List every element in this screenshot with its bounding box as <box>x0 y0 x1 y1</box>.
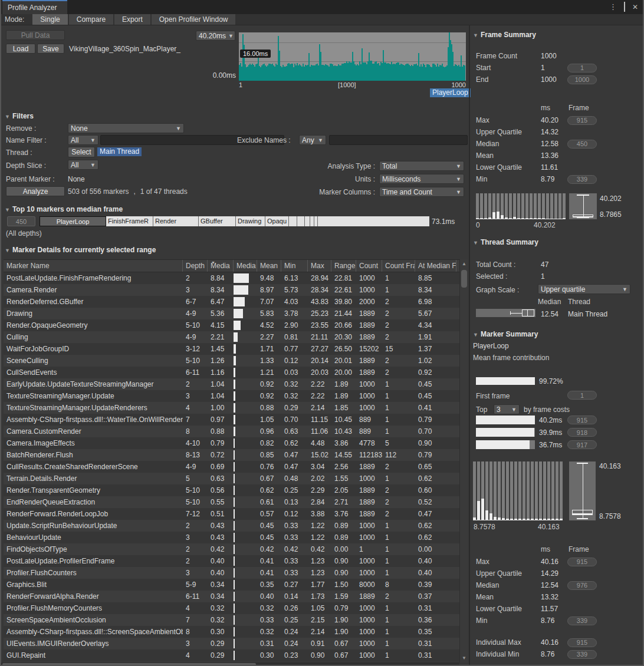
vertical-scroll-thumb[interactable] <box>461 270 467 288</box>
column-header-min[interactable]: Min <box>281 260 308 272</box>
exclude-mode-dropdown[interactable]: Any▼ <box>299 135 326 145</box>
table-row[interactable]: Profiler.FlushMemoryCounters40.320.320.2… <box>4 602 459 614</box>
units-dropdown[interactable]: Milliseconds▼ <box>379 174 464 184</box>
mode-button-compare[interactable]: Compare <box>69 14 113 25</box>
frame-summary-histogram[interactable] <box>476 193 566 219</box>
frame-jump-button[interactable]: 339 <box>567 175 597 184</box>
load-button[interactable]: Load <box>6 44 35 54</box>
remove-dropdown[interactable]: None▼ <box>68 123 184 133</box>
frame-jump-button[interactable]: 915 <box>567 638 597 647</box>
frame-jump-button[interactable]: 917 <box>567 440 597 449</box>
table-row[interactable]: Graphics.Blit5-90.340.350.271.771.508000… <box>4 579 459 591</box>
first-frame-button[interactable]: 1 <box>567 391 597 400</box>
marker-summary-histogram[interactable] <box>473 461 563 520</box>
column-header-marker-name[interactable]: Marker Name <box>4 260 183 272</box>
name-filter-mode-dropdown[interactable]: All▼ <box>68 135 98 145</box>
tab-profile-analyzer[interactable]: Profile Analyzer <box>2 0 67 14</box>
marker-details-header[interactable]: ▼Marker Details for currently selected r… <box>5 246 156 254</box>
table-row[interactable]: PostLateUpdate.ProfilerEndFrame20.400.41… <box>4 555 459 567</box>
table-row[interactable]: Profiler.FlushCounters30.400.410.331.230… <box>4 567 459 579</box>
marker-summary-boxplot[interactable] <box>569 461 596 520</box>
table-row[interactable]: Camera.Render38.348.975.7328.3422.611000… <box>4 284 459 296</box>
marker-summary-header[interactable]: ▼Marker Summary <box>473 330 538 338</box>
frame-jump-button[interactable]: 915 <box>567 558 597 566</box>
marker-columns-dropdown[interactable]: Time and Count▼ <box>379 187 464 197</box>
thread-selection-chip[interactable]: Main Thread <box>97 147 142 156</box>
scroll-down-icon[interactable]: ▼ <box>460 655 468 661</box>
top10-header[interactable]: ▼Top 10 markers on median frame <box>5 205 123 213</box>
thread-range-graph[interactable] <box>476 309 535 317</box>
frame-jump-button[interactable]: 1 <box>567 64 597 72</box>
table-row[interactable]: RenderForwardAlpha.Render6-110.340.400.1… <box>4 591 459 602</box>
top10-frame-badge[interactable]: 450 <box>7 216 35 226</box>
frame-summary-header[interactable]: ▼Frame Summary <box>473 31 536 39</box>
top10-segment[interactable]: Drawing <box>236 216 265 226</box>
table-row[interactable]: BehaviourUpdate30.430.450.331.220.891000… <box>4 532 459 543</box>
table-row[interactable]: TextureStreamingManager.UpdateRenderers4… <box>4 402 459 414</box>
table-row[interactable]: EarlyUpdate.UpdateTextureStreamingManage… <box>4 378 459 390</box>
frame-jump-button[interactable]: 1000 <box>567 75 597 84</box>
table-row[interactable]: GUI.Repaint40.290.300.230.900.67100010.3… <box>4 649 459 661</box>
column-header-at-median-f[interactable]: At Median F <box>415 260 456 272</box>
analysis-type-dropdown[interactable]: Total▼ <box>379 161 464 171</box>
chart-scale-dropdown[interactable]: 40.20ms▼ <box>196 31 235 41</box>
table-row[interactable]: FindObjectsOfType20.420.420.420.420.0011… <box>4 543 459 555</box>
scroll-up-icon[interactable]: ▲ <box>460 259 468 266</box>
frame-summary-boxplot[interactable] <box>569 193 597 219</box>
mode-button-open-profiler[interactable]: Open Profiler Window <box>152 14 236 25</box>
top10-segment[interactable] <box>310 216 314 226</box>
thread-summary-header[interactable]: ▼Thread Summary <box>473 238 538 246</box>
top10-segment[interactable]: FinishFrameR <box>106 216 153 226</box>
column-header-count-fra[interactable]: Count Fra <box>382 260 415 272</box>
top10-segment[interactable]: Render <box>153 216 199 226</box>
thread-select-button[interactable]: Select <box>68 147 95 157</box>
table-row[interactable]: Camera.CustomRender80.880.960.6311.0610.… <box>4 426 459 437</box>
frame-jump-button[interactable]: 339 <box>567 616 597 625</box>
table-row[interactable]: CullResults.CreateSharedRendererScene4-9… <box>4 461 459 473</box>
frame-jump-button[interactable]: 339 <box>567 650 597 659</box>
save-button[interactable]: Save <box>37 44 64 54</box>
column-header-count[interactable]: Count <box>356 260 382 272</box>
maximize-icon[interactable] <box>624 3 625 11</box>
top10-segment[interactable] <box>289 216 297 226</box>
top10-segment[interactable]: Opaqu <box>265 216 289 226</box>
table-row[interactable]: UIEvents.IMGUIRenderOverlays30.290.310.2… <box>4 638 459 649</box>
table-row[interactable]: RenderForward.RenderLoopJob7-120.510.570… <box>4 508 459 520</box>
column-header-media[interactable]: Media▼ <box>208 260 234 272</box>
top10-segment[interactable] <box>297 216 305 226</box>
table-row[interactable]: EndRenderQueueExtraction5-100.550.610.13… <box>4 496 459 508</box>
depth-slice-dropdown[interactable]: All▼ <box>68 160 98 170</box>
table-row[interactable]: TextureStreamingManager.Update31.040.920… <box>4 390 459 402</box>
frame-jump-button[interactable]: 915 <box>567 116 597 125</box>
table-row[interactable]: CullSendEvents6-111.161.210.0320.0320.00… <box>4 367 459 378</box>
table-row[interactable]: RenderDeferred.GBuffer6-76.477.074.0343.… <box>4 296 459 308</box>
table-row[interactable]: Update.ScriptRunBehaviourUpdate20.430.45… <box>4 520 459 532</box>
frame-time-chart[interactable]: 16.00ms <box>239 32 466 81</box>
column-header-media[interactable]: Media <box>234 260 257 272</box>
top10-segment[interactable]: PlayerLoop <box>40 216 106 226</box>
close-icon[interactable]: ✕ <box>632 3 638 11</box>
kebab-menu-icon[interactable]: ⋮ <box>609 2 617 12</box>
frame-jump-button[interactable]: 450 <box>567 140 597 149</box>
top-n-dropdown[interactable]: 3▼ <box>494 404 520 414</box>
column-header-depth[interactable]: Depth <box>183 260 208 272</box>
horizontal-scroll-thumb[interactable] <box>2 663 256 665</box>
table-row[interactable]: Drawing4-95.365.833.7825.2321.44188925.6… <box>4 308 459 319</box>
exclude-names-input[interactable] <box>329 135 468 145</box>
table-row[interactable]: Culling4-92.212.270.8121.1120.30188921.9… <box>4 331 459 343</box>
mode-button-single[interactable]: Single <box>32 14 67 25</box>
filters-header[interactable]: ▼Filters <box>5 112 34 120</box>
table-row[interactable]: Render.OpaqueGeometry5-104.154.522.9023.… <box>4 319 459 331</box>
analyze-button[interactable]: Analyze <box>6 186 65 196</box>
graph-scale-dropdown[interactable]: Upper quartile▼ <box>538 284 630 294</box>
top10-segment[interactable] <box>305 216 310 226</box>
column-header-range[interactable]: Range <box>331 260 356 272</box>
column-header-mean[interactable]: Mean <box>257 260 281 272</box>
pull-data-button[interactable]: Pull Data <box>6 30 65 40</box>
table-row[interactable]: SceneCulling5-101.261.330.1220.1420.0118… <box>4 355 459 367</box>
table-row[interactable]: PostLateUpdate.FinishFrameRendering28.84… <box>4 272 459 284</box>
panel-divider[interactable] <box>469 25 470 666</box>
frame-jump-button[interactable]: 918 <box>567 428 597 437</box>
table-row[interactable]: Render.TransparentGeometry5-100.560.620.… <box>4 484 459 496</box>
table-row[interactable]: Assembly-CSharp-firstpass.dll!::WaterTil… <box>4 414 459 426</box>
